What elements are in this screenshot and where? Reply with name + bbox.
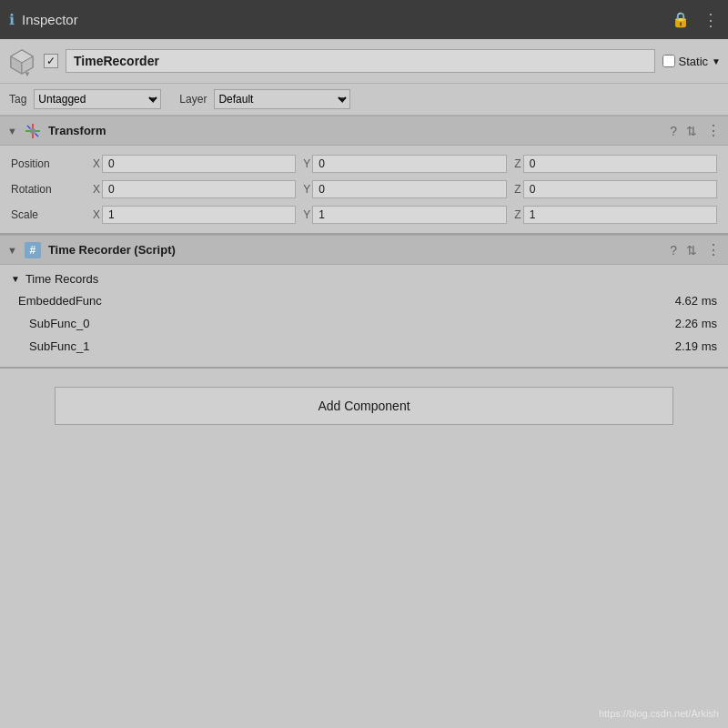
transform-icon bbox=[25, 123, 41, 139]
scale-y-label: Y bbox=[298, 208, 310, 221]
object-name-input[interactable] bbox=[66, 49, 655, 73]
static-dropdown-arrow[interactable]: ▼ bbox=[712, 56, 721, 66]
record-value-2: 2.19 ms bbox=[675, 339, 717, 353]
transform-menu-icon[interactable]: ⋮ bbox=[706, 122, 721, 139]
transform-settings-icon[interactable]: ⇅ bbox=[686, 124, 697, 138]
transform-section-icons: ? ⇅ ⋮ bbox=[670, 122, 721, 139]
position-z-input[interactable] bbox=[523, 155, 717, 173]
tag-select[interactable]: Untagged bbox=[34, 89, 161, 109]
position-y-input[interactable] bbox=[312, 155, 506, 173]
svg-line-10 bbox=[35, 133, 38, 136]
script-help-icon[interactable]: ? bbox=[670, 243, 677, 258]
panel-title: Inspector bbox=[22, 12, 78, 27]
record-value-1: 2.26 ms bbox=[675, 317, 717, 330]
list-item: SubFunc_1 2.19 ms bbox=[0, 335, 728, 358]
list-item: SubFunc_0 2.26 ms bbox=[0, 312, 728, 335]
tag-label: Tag bbox=[9, 93, 26, 106]
transform-chevron-icon: ▼ bbox=[7, 126, 17, 136]
svg-point-4 bbox=[30, 128, 35, 134]
rotation-label: Rotation bbox=[11, 183, 84, 196]
object-icon: ▼ bbox=[7, 46, 36, 76]
menu-icon[interactable]: ⋮ bbox=[703, 10, 719, 30]
info-icon: ℹ bbox=[9, 11, 15, 28]
inspector-body: ▼ ✓ Static ▼ Tag Untagged ▼ Layer Defaul… bbox=[0, 39, 728, 443]
script-menu-icon[interactable]: ⋮ bbox=[706, 241, 721, 258]
script-section-icons: ? ⇅ ⋮ bbox=[670, 241, 721, 258]
position-label: Position bbox=[11, 157, 84, 170]
object-enabled-checkbox[interactable]: ✓ bbox=[44, 54, 58, 68]
layer-label: Layer bbox=[179, 93, 207, 106]
time-records-label: Time Records bbox=[25, 272, 98, 286]
object-header: ▼ ✓ Static ▼ bbox=[0, 39, 728, 84]
scale-z-label: Z bbox=[509, 208, 521, 221]
add-component-section: Add Component bbox=[0, 369, 728, 443]
list-item: EmbeddedFunc 4.62 ms bbox=[0, 289, 728, 312]
scale-z-input[interactable] bbox=[523, 206, 717, 224]
scale-row: Scale X Y Z bbox=[0, 202, 728, 228]
rotation-z-input[interactable] bbox=[523, 180, 717, 198]
static-label: Static bbox=[679, 55, 709, 68]
script-section: ▼ Time Records EmbeddedFunc 4.62 ms SubF… bbox=[0, 265, 728, 369]
transform-section-header[interactable]: ▼ Transform ? ⇅ ⋮ bbox=[0, 116, 728, 146]
position-row: Position X Y Z bbox=[0, 151, 728, 177]
rotation-x-label: X bbox=[87, 183, 100, 196]
record-name-1: SubFunc_0 bbox=[29, 317, 90, 330]
scale-x-input[interactable] bbox=[102, 206, 296, 224]
position-z-label: Z bbox=[509, 157, 521, 170]
script-hash-icon: # bbox=[25, 242, 41, 258]
layer-dropdown-wrapper: Default ▼ bbox=[214, 89, 350, 109]
rotation-x-input[interactable] bbox=[102, 180, 296, 198]
rotation-z-label: Z bbox=[509, 183, 521, 196]
script-chevron-icon: ▼ bbox=[7, 245, 17, 256]
position-x-label: X bbox=[87, 157, 100, 170]
time-records-chevron: ▼ bbox=[11, 274, 20, 284]
script-section-header[interactable]: ▼ # Time Recorder (Script) ? ⇅ ⋮ bbox=[0, 235, 728, 265]
record-name-2: SubFunc_1 bbox=[29, 339, 90, 353]
static-checkbox[interactable] bbox=[662, 55, 675, 67]
rotation-row: Rotation X Y Z bbox=[0, 177, 728, 202]
time-records-header: ▼ Time Records bbox=[0, 265, 728, 289]
scale-y-input[interactable] bbox=[312, 206, 506, 224]
record-value-0: 4.62 ms bbox=[675, 294, 717, 308]
tag-layer-row: Tag Untagged ▼ Layer Default ▼ bbox=[0, 84, 728, 116]
lock-icon[interactable]: 🔒 bbox=[672, 11, 690, 28]
script-settings-icon[interactable]: ⇅ bbox=[686, 243, 697, 258]
add-component-button[interactable]: Add Component bbox=[55, 387, 673, 425]
watermark: https://blog.csdn.net/Arkish bbox=[599, 708, 719, 719]
position-y-label: Y bbox=[298, 157, 310, 170]
tag-dropdown-wrapper: Untagged ▼ bbox=[34, 89, 161, 109]
record-name-0: EmbeddedFunc bbox=[18, 294, 102, 308]
transform-section: Position X Y Z Rotation X Y Z bbox=[0, 146, 728, 235]
script-title: Time Recorder (Script) bbox=[48, 243, 662, 257]
transform-help-icon[interactable]: ? bbox=[670, 124, 677, 138]
position-x-input[interactable] bbox=[102, 155, 296, 173]
rotation-y-input[interactable] bbox=[312, 180, 506, 198]
static-row: Static ▼ bbox=[662, 55, 721, 68]
svg-line-9 bbox=[27, 126, 31, 129]
transform-title: Transform bbox=[48, 124, 662, 137]
scale-label: Scale bbox=[11, 208, 84, 221]
title-bar: ℹ Inspector 🔒 ⋮ bbox=[0, 0, 728, 39]
rotation-y-label: Y bbox=[298, 183, 310, 196]
scale-x-label: X bbox=[87, 208, 100, 221]
layer-select[interactable]: Default bbox=[214, 89, 350, 109]
